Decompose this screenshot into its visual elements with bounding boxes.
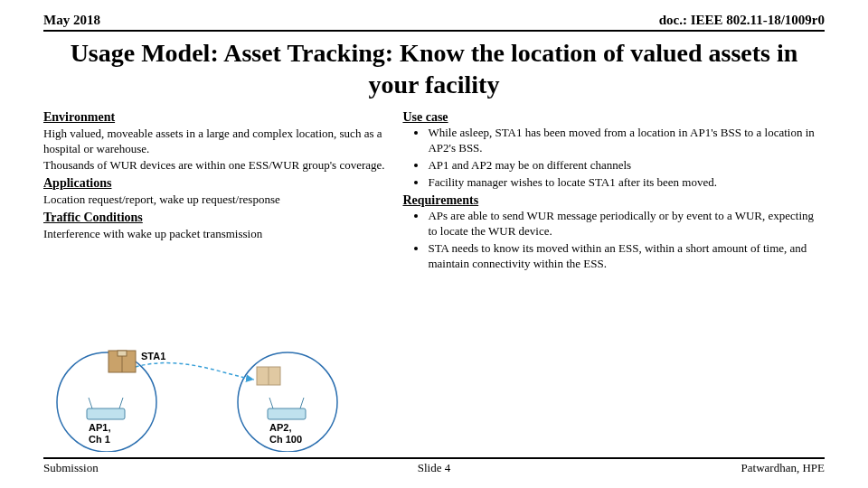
sta1-label: STA1 — [141, 351, 165, 361]
environment-heading: Environment — [43, 109, 395, 126]
svg-rect-5 — [87, 408, 125, 419]
asset-box-icon — [108, 351, 136, 372]
applications-text: Location request/report, wake up request… — [43, 192, 395, 208]
footer-author: Patwardhan, HPE — [741, 461, 825, 475]
requirements-heading: Requirements — [402, 192, 825, 209]
usecase-item-1: While asleep, STA1 has been moved from a… — [428, 126, 825, 156]
usecase-item-2: AP1 and AP2 may be on different channels — [428, 158, 825, 174]
slide-title: Usage Model: Asset Tracking: Know the lo… — [43, 37, 825, 100]
environment-text-1: High valued, moveable assets in a large … — [43, 127, 395, 157]
footer-left: Submission — [43, 461, 99, 475]
svg-line-10 — [300, 398, 304, 408]
applications-heading: Applications — [43, 175, 395, 192]
ap2-label-line1: AP2, — [269, 422, 291, 433]
environment-text-2: Thousands of WUR devices are within one … — [43, 158, 395, 174]
network-diagram: STA1 AP1, Ch 1 AP2, Ch 100 — [43, 343, 405, 452]
requirements-list: APs are able to send WUR message periodi… — [428, 209, 825, 272]
requirements-item-2: STA needs to know its moved within an ES… — [428, 241, 825, 272]
ap1-device-icon — [87, 398, 125, 419]
ap1-label-line1: AP1, — [89, 422, 110, 433]
traffic-heading: Traffic Conditions — [43, 210, 395, 226]
svg-line-7 — [119, 398, 123, 408]
ap2-label-line2: Ch 100 — [269, 434, 302, 445]
ap2-device-icon — [268, 398, 306, 419]
header-bar: May 2018 doc.: IEEE 802.11-18/1009r0 — [43, 13, 825, 32]
header-date: May 2018 — [43, 13, 100, 28]
movement-arrow — [129, 363, 254, 380]
left-column: Environment High valued, moveable assets… — [43, 108, 402, 274]
svg-line-6 — [89, 398, 92, 408]
footer-slide-number: Slide 4 — [418, 461, 450, 475]
usecase-list: While asleep, STA1 has been moved from a… — [428, 126, 825, 191]
footer-bar: Submission Slide 4 Patwardhan, HPE — [43, 457, 825, 475]
svg-rect-2 — [118, 351, 127, 356]
svg-rect-8 — [268, 408, 306, 419]
requirements-item-1: APs are able to send WUR message periodi… — [428, 209, 825, 239]
header-docnum: doc.: IEEE 802.11-18/1009r0 — [659, 13, 825, 28]
usecase-heading: Use case — [402, 109, 825, 126]
ap1-label-line2: Ch 1 — [89, 434, 110, 445]
traffic-text: Interference with wake up packet transmi… — [43, 227, 395, 242]
svg-line-9 — [269, 398, 273, 408]
content-area: Environment High valued, moveable assets… — [43, 108, 825, 274]
usecase-item-3: Facility manager wishes to locate STA1 a… — [428, 175, 825, 191]
asset-box-dest-icon — [257, 367, 280, 385]
right-column: Use case While asleep, STA1 has been mov… — [402, 108, 825, 274]
